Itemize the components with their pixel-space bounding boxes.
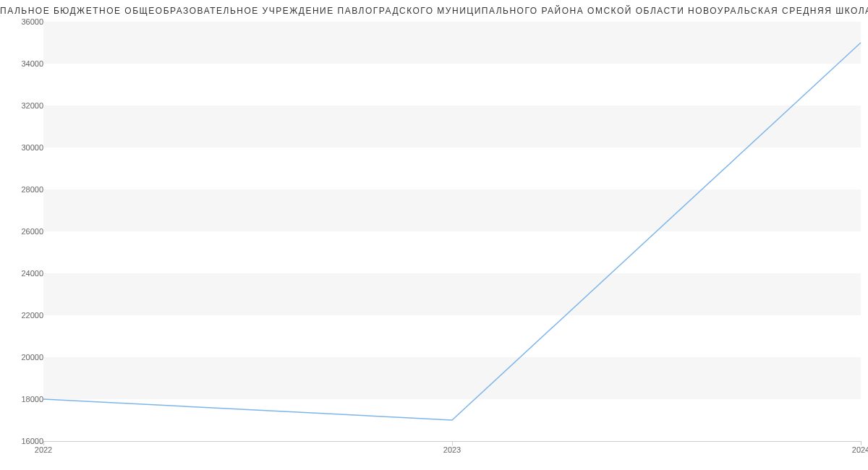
y-tick-label: 34000 — [7, 59, 43, 68]
line-series — [43, 22, 861, 441]
y-tick-label: 30000 — [7, 143, 43, 152]
y-tick-label: 36000 — [7, 17, 43, 26]
y-tick-label: 16000 — [7, 437, 43, 445]
y-tick-label: 18000 — [7, 395, 43, 403]
x-tick-label: 2024 — [852, 445, 868, 454]
y-tick-label: 26000 — [7, 227, 43, 236]
chart-title: ПАЛЬНОЕ БЮДЖЕТНОЕ ОБЩЕОБРАЗОВАТЕЛЬНОЕ УЧ… — [0, 6, 868, 16]
x-tick-label: 2022 — [35, 445, 52, 454]
y-tick-label: 32000 — [7, 101, 43, 110]
y-tick-label: 22000 — [7, 311, 43, 320]
y-tick-label: 20000 — [7, 353, 43, 362]
y-tick-label: 24000 — [7, 269, 43, 278]
x-tick-label: 2023 — [443, 445, 461, 454]
chart-plot-area — [43, 22, 861, 441]
y-tick-label: 28000 — [7, 185, 43, 194]
